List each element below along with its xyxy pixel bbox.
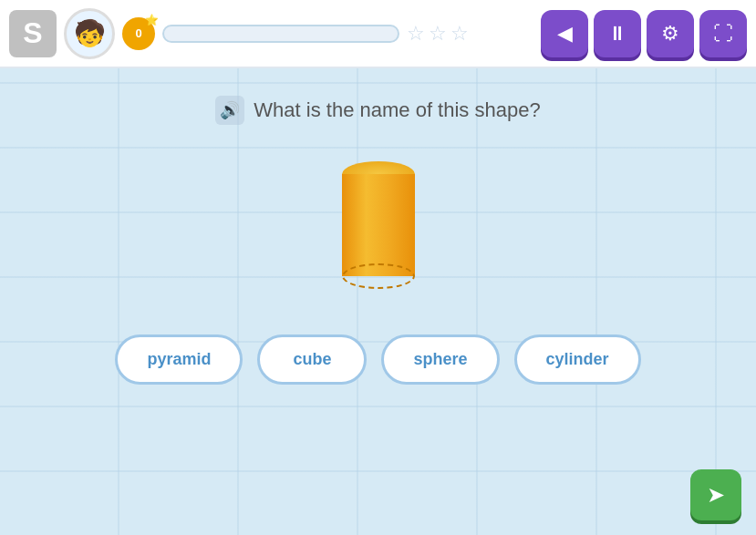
answers-row: pyramid cube sphere cylinder xyxy=(115,334,640,385)
app-logo: S xyxy=(9,10,57,57)
answer-cylinder[interactable]: cylinder xyxy=(514,334,641,385)
settings-button[interactable]: ⚙ xyxy=(647,10,694,57)
question-row: 🔊 What is the name of this shape? xyxy=(215,96,540,125)
score-badge: 0 xyxy=(122,17,155,50)
send-icon: ➤ xyxy=(707,482,725,508)
shape-display xyxy=(342,152,415,298)
back-button[interactable]: ◀ xyxy=(541,10,588,57)
control-buttons: ◀ ⏸ ⚙ ⛶ xyxy=(541,10,747,57)
answer-pyramid[interactable]: pyramid xyxy=(115,334,243,385)
star-3: ☆ xyxy=(450,22,469,46)
main-content: 🔊 What is the name of this shape? pyrami… xyxy=(0,68,756,535)
star-2: ☆ xyxy=(429,22,447,46)
send-button[interactable]: ➤ xyxy=(690,469,741,520)
stars-container: ☆ ☆ ☆ xyxy=(407,22,469,46)
answer-sphere[interactable]: sphere xyxy=(381,334,499,385)
avatar: 🧒 xyxy=(64,8,115,59)
answer-cube[interactable]: cube xyxy=(257,334,367,385)
progress-bar xyxy=(162,25,399,43)
top-bar: S 🧒 0 ☆ ☆ ☆ ◀ ⏸ ⚙ ⛶ xyxy=(0,0,756,68)
cylinder-shape xyxy=(342,161,415,289)
sound-button[interactable]: 🔊 xyxy=(215,96,244,125)
star-1: ☆ xyxy=(407,22,425,46)
pause-button[interactable]: ⏸ xyxy=(594,10,641,57)
sound-icon: 🔊 xyxy=(220,100,240,120)
cylinder-bottom xyxy=(342,263,415,289)
fullscreen-button[interactable]: ⛶ xyxy=(699,10,747,57)
cylinder-body xyxy=(342,174,415,276)
question-text: What is the name of this shape? xyxy=(254,98,540,122)
